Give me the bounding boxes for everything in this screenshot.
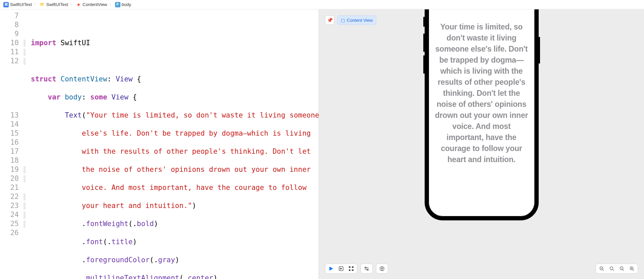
line-number: 23 (0, 201, 19, 210)
line-number (0, 93, 19, 102)
phone-button-icon (423, 17, 425, 27)
app-icon: ⌘ (3, 2, 9, 7)
device-screen: Your time is limited, so don't waste it … (429, 9, 535, 216)
line-number: 9 (0, 29, 19, 39)
chevron-right-icon: 〉 (34, 2, 38, 7)
zoom-in-button[interactable] (629, 266, 635, 272)
preview-selector[interactable]: ▢ Content View (337, 15, 376, 25)
fold-indicator[interactable] (23, 175, 25, 183)
zoom-actual-button[interactable]: 1 (619, 266, 625, 272)
line-number: 8 (0, 20, 19, 29)
fold-indicator[interactable] (23, 58, 25, 65)
svg-rect-6 (352, 269, 354, 271)
svg-point-16 (610, 267, 613, 270)
svg-line-19 (623, 270, 624, 271)
fold-indicator[interactable] (23, 193, 25, 201)
device-icon: ▢ (341, 18, 345, 23)
line-number: 25 (0, 219, 19, 228)
svg-rect-3 (349, 266, 351, 268)
chevron-right-icon: 〉 (109, 2, 113, 7)
selectable-preview-button[interactable] (338, 266, 344, 272)
line-number: 22 (0, 192, 19, 201)
phone-button-icon (423, 33, 425, 52)
line-number: 10 (0, 39, 19, 48)
breadcrumb-symbol[interactable]: P body (115, 2, 131, 7)
line-number: 14 (0, 120, 19, 129)
phone-button-icon (423, 55, 425, 74)
line-number: 18 (0, 156, 19, 165)
folder-icon: 📁 (40, 2, 45, 7)
device-frame: Your time is limited, so don't waste it … (425, 9, 539, 220)
device-settings-button[interactable] (364, 266, 370, 272)
line-number: 16 (0, 138, 19, 147)
zoom-fit-button[interactable] (609, 266, 615, 272)
line-number (0, 102, 19, 111)
line-number: 24 (0, 210, 19, 219)
code-content[interactable]: import SwiftUI struct ContentView: View … (27, 9, 319, 279)
line-number: 11 (0, 48, 19, 57)
chevron-right-icon: 〉 (70, 2, 74, 7)
fold-ribbon (22, 9, 27, 279)
breadcrumb-file[interactable]: ◆ ContentView (76, 2, 107, 7)
fold-indicator[interactable] (23, 202, 25, 210)
svg-line-22 (633, 270, 634, 271)
breadcrumb-project[interactable]: ⌘ SwiftUIText (3, 2, 32, 7)
line-number (0, 75, 19, 84)
preview-selector-label: Content View (347, 18, 373, 23)
accessibility-group (376, 264, 388, 274)
phone-button-icon (539, 37, 540, 64)
line-number: 19 (0, 165, 19, 174)
pin-preview-button[interactable]: 📌 (325, 15, 334, 25)
breadcrumb-label: SwiftUIText (10, 2, 32, 7)
line-number: 12 (0, 57, 19, 66)
svg-text:1: 1 (621, 267, 622, 269)
line-number: 17 (0, 147, 19, 156)
svg-marker-2 (340, 268, 342, 270)
swift-icon: ◆ (76, 2, 81, 7)
breadcrumb-folder[interactable]: 📁 SwiftUIText (40, 2, 68, 7)
fold-indicator[interactable] (23, 220, 25, 228)
line-number: 20 (0, 174, 19, 183)
accessibility-button[interactable] (379, 266, 385, 272)
svg-rect-4 (352, 266, 354, 268)
preview-text: Your time is limited, so don't waste it … (434, 21, 529, 165)
preview-mode-group (325, 264, 357, 274)
line-number-gutter: 7 8 9 10 11 12 13 14 15 16 17 18 19 20 2… (0, 9, 22, 279)
line-number (0, 66, 19, 75)
zoom-out-button[interactable] (599, 266, 605, 272)
line-number: 15 (0, 129, 19, 138)
fold-indicator[interactable] (23, 49, 25, 56)
live-preview-button[interactable] (328, 266, 334, 272)
preview-canvas: 📌 ▢ Content View Your time is limited, s… (319, 9, 644, 279)
line-number: 7 (0, 11, 19, 20)
variants-preview-button[interactable] (348, 266, 354, 272)
property-icon: P (115, 2, 120, 7)
line-number: 21 (0, 183, 19, 192)
breadcrumb-label: body (122, 2, 131, 7)
breadcrumb-label: SwiftUIText (46, 2, 68, 7)
svg-line-17 (613, 270, 614, 271)
fold-indicator[interactable] (23, 40, 25, 47)
fold-indicator[interactable] (23, 211, 25, 219)
breadcrumb-label: ContentView (83, 2, 107, 7)
breadcrumb: ⌘ SwiftUIText 〉 📁 SwiftUIText 〉 ◆ Conten… (0, 0, 644, 9)
svg-marker-0 (329, 267, 333, 271)
line-number: 26 (0, 228, 19, 237)
fold-indicator[interactable] (23, 166, 25, 173)
svg-rect-5 (349, 269, 351, 271)
line-number: 13 (0, 111, 19, 120)
line-number (0, 84, 19, 93)
code-editor[interactable]: 7 8 9 10 11 12 13 14 15 16 17 18 19 20 2… (0, 9, 319, 279)
device-settings-group (361, 264, 373, 274)
zoom-group: 1 (596, 264, 638, 274)
svg-point-12 (382, 267, 383, 268)
pin-icon: 📌 (327, 17, 333, 23)
svg-line-14 (603, 270, 604, 271)
